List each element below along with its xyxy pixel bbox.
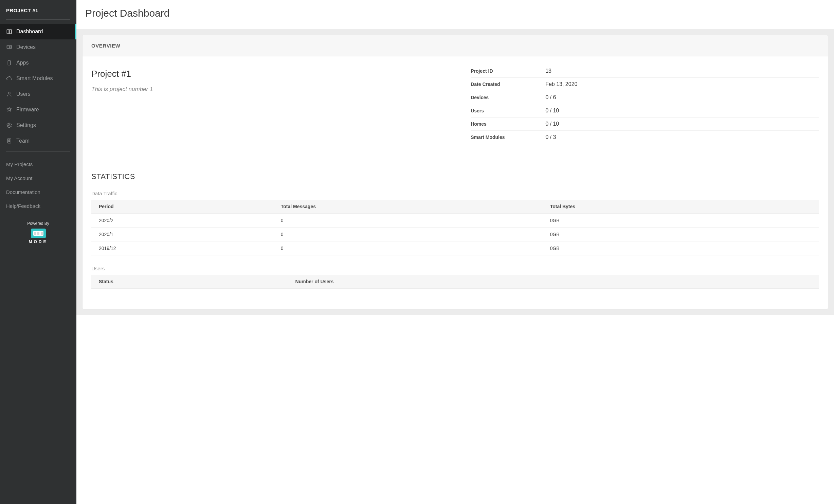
col-status: Status bbox=[91, 275, 288, 289]
apps-icon bbox=[6, 60, 12, 66]
nav-group-primary: Dashboard Devices Apps Smart Modules Use… bbox=[0, 24, 76, 151]
meta-label: Project ID bbox=[471, 68, 532, 74]
nav-group-secondary: My Projects My Account Documentation Hel… bbox=[0, 156, 76, 214]
sidebar-item-team[interactable]: Team bbox=[0, 133, 76, 149]
col-total-messages: Total Messages bbox=[273, 200, 543, 214]
sidebar-link-label: My Projects bbox=[6, 161, 33, 167]
table-row: 2020/2 0 0GB bbox=[91, 214, 819, 228]
sidebar-link-my-projects[interactable]: My Projects bbox=[0, 157, 76, 171]
mode-logo-icon bbox=[31, 229, 46, 238]
meta-label: Smart Modules bbox=[471, 134, 532, 140]
sidebar-item-apps[interactable]: Apps bbox=[0, 55, 76, 71]
sidebar-link-my-account[interactable]: My Account bbox=[0, 171, 76, 185]
user-icon bbox=[6, 91, 12, 97]
cell-total-messages: 0 bbox=[273, 241, 543, 255]
meta-row-project-id: Project ID 13 bbox=[471, 65, 819, 78]
sidebar-link-label: My Account bbox=[6, 175, 33, 181]
data-traffic-subsection: Data Traffic Period Total Messages Total… bbox=[91, 191, 819, 255]
firmware-icon bbox=[6, 107, 12, 113]
sidebar-item-label: Settings bbox=[16, 122, 36, 128]
sidebar: PROJECT #1 Dashboard Devices Apps Smart bbox=[0, 0, 76, 504]
cell-total-messages: 0 bbox=[273, 228, 543, 241]
meta-row-date-created: Date Created Feb 13, 2020 bbox=[471, 78, 819, 91]
main: Project Dashboard OVERVIEW Project #1 Th… bbox=[76, 0, 834, 504]
svg-point-8 bbox=[8, 92, 10, 94]
page-title: Project Dashboard bbox=[85, 7, 825, 19]
table-header-row: Period Total Messages Total Bytes bbox=[91, 200, 819, 214]
sidebar-item-label: Devices bbox=[16, 44, 36, 50]
col-total-bytes: Total Bytes bbox=[543, 200, 819, 214]
sidebar-link-documentation[interactable]: Documentation bbox=[0, 185, 76, 199]
cell-total-bytes: 0GB bbox=[543, 228, 819, 241]
content-band: OVERVIEW Project #1 This is project numb… bbox=[76, 29, 834, 315]
meta-value: 0 / 3 bbox=[545, 134, 556, 140]
meta-row-users: Users 0 / 10 bbox=[471, 104, 819, 118]
sidebar-item-label: Users bbox=[16, 91, 31, 97]
svg-rect-6 bbox=[8, 60, 11, 65]
col-period: Period bbox=[91, 200, 273, 214]
svg-point-9 bbox=[8, 125, 10, 126]
meta-value: 0 / 10 bbox=[545, 121, 559, 127]
overview-body: Project #1 This is project number 1 Proj… bbox=[83, 56, 828, 162]
meta-label: Date Created bbox=[471, 82, 532, 87]
svg-point-3 bbox=[8, 47, 8, 48]
mode-logo[interactable]: MODE bbox=[29, 229, 48, 244]
users-subsection: Users Status Number of Users bbox=[91, 266, 819, 289]
meta-row-smart-modules: Smart Modules 0 / 3 bbox=[471, 131, 819, 144]
meta-label: Users bbox=[471, 108, 532, 113]
cell-period: 2020/1 bbox=[91, 228, 273, 241]
sidebar-divider-2 bbox=[6, 151, 70, 152]
sidebar-item-label: Smart Modules bbox=[16, 75, 53, 82]
statistics-heading: STATISTICS bbox=[91, 172, 819, 181]
statistics-section: STATISTICS Data Traffic Period Total Mes… bbox=[83, 162, 828, 309]
sidebar-item-settings[interactable]: Settings bbox=[0, 118, 76, 133]
project-name: Project #1 bbox=[91, 69, 457, 79]
table-row: 2019/12 0 0GB bbox=[91, 241, 819, 255]
overview-meta-table: Project ID 13 Date Created Feb 13, 2020 … bbox=[471, 65, 819, 144]
overview-card: OVERVIEW Project #1 This is project numb… bbox=[83, 35, 828, 309]
meta-label: Homes bbox=[471, 121, 532, 127]
users-table: Status Number of Users bbox=[91, 275, 819, 289]
meta-value: 0 / 6 bbox=[545, 94, 556, 101]
meta-value: 13 bbox=[545, 68, 551, 74]
meta-row-devices: Devices 0 / 6 bbox=[471, 91, 819, 104]
data-traffic-table: Period Total Messages Total Bytes 2020/2… bbox=[91, 200, 819, 255]
cell-total-messages: 0 bbox=[273, 214, 543, 228]
overview-heading: OVERVIEW bbox=[91, 43, 819, 49]
sidebar-item-label: Apps bbox=[16, 60, 29, 66]
cell-period: 2020/2 bbox=[91, 214, 273, 228]
meta-value: 0 / 10 bbox=[545, 108, 559, 114]
meta-label: Devices bbox=[471, 95, 532, 100]
table-row: 2020/1 0 0GB bbox=[91, 228, 819, 241]
page-header: Project Dashboard bbox=[76, 0, 834, 29]
gear-icon bbox=[6, 122, 12, 128]
sidebar-header: PROJECT #1 bbox=[0, 7, 76, 19]
cloud-icon bbox=[6, 75, 12, 82]
sidebar-link-label: Help/Feedback bbox=[6, 203, 40, 209]
powered-by-label: Powered By bbox=[0, 221, 76, 226]
sidebar-item-label: Firmware bbox=[16, 107, 39, 113]
svg-point-11 bbox=[8, 140, 10, 141]
table-header-row: Status Number of Users bbox=[91, 275, 819, 289]
cell-total-bytes: 0GB bbox=[543, 214, 819, 228]
sidebar-divider bbox=[6, 19, 70, 20]
sidebar-item-dashboard[interactable]: Dashboard bbox=[0, 24, 76, 39]
data-traffic-title: Data Traffic bbox=[91, 191, 819, 196]
team-icon bbox=[6, 138, 12, 144]
sidebar-item-label: Dashboard bbox=[16, 29, 43, 35]
meta-value: Feb 13, 2020 bbox=[545, 81, 577, 87]
sidebar-link-help-feedback[interactable]: Help/Feedback bbox=[0, 199, 76, 213]
cell-period: 2019/12 bbox=[91, 241, 273, 255]
sidebar-item-devices[interactable]: Devices bbox=[0, 39, 76, 55]
sidebar-item-smart-modules[interactable]: Smart Modules bbox=[0, 71, 76, 86]
sidebar-item-users[interactable]: Users bbox=[0, 86, 76, 102]
users-title: Users bbox=[91, 266, 819, 271]
overview-left: Project #1 This is project number 1 bbox=[91, 65, 457, 144]
svg-rect-1 bbox=[10, 30, 12, 34]
sidebar-item-label: Team bbox=[16, 138, 30, 144]
svg-rect-0 bbox=[7, 30, 9, 34]
col-number-of-users: Number of Users bbox=[288, 275, 819, 289]
dashboard-icon bbox=[6, 29, 12, 35]
sidebar-item-firmware[interactable]: Firmware bbox=[0, 102, 76, 118]
meta-row-homes: Homes 0 / 10 bbox=[471, 118, 819, 131]
